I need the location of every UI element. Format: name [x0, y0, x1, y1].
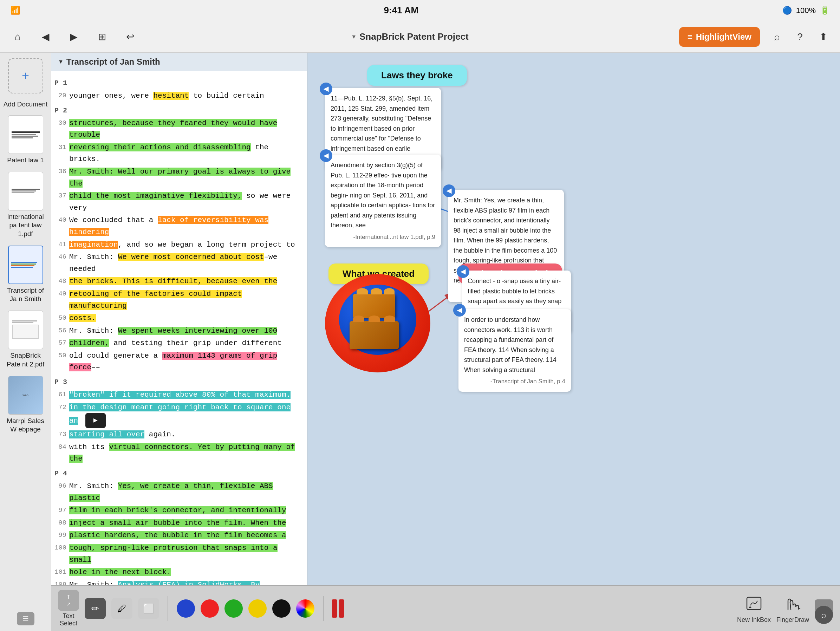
- project-dropdown-icon: ▼: [351, 34, 357, 40]
- note-text-5: In order to understand how connectors wo…: [464, 316, 556, 374]
- back-button[interactable]: ◀: [35, 26, 56, 47]
- sidebar-item-patent-law[interactable]: Patent law 1: [5, 115, 46, 165]
- wifi-icon: 📶: [11, 6, 20, 15]
- add-tab-button[interactable]: ⊞: [92, 26, 112, 47]
- note-connector-4[interactable]: ◀: [457, 265, 469, 278]
- divider: [167, 596, 168, 621]
- color-red[interactable]: [201, 599, 219, 618]
- search-button[interactable]: ⌕: [767, 27, 786, 47]
- doc-thumb-transcript: [8, 246, 43, 284]
- highlight-view-icon: ≡: [687, 32, 692, 42]
- document-title: Transcript of Jan Smith: [66, 57, 160, 67]
- color-rainbow[interactable]: [296, 599, 314, 618]
- color-black[interactable]: [272, 599, 291, 618]
- pen-tool[interactable]: ✏: [85, 598, 106, 619]
- document-body[interactable]: P 1 29 younger ones, were hesitant to bu…: [51, 71, 307, 631]
- note-text-1: 11—Pub. L. 112-29, §5(b). Sept. 16, 2011…: [331, 95, 433, 152]
- doc-thumb-marrpi: web: [8, 376, 43, 415]
- home-button[interactable]: ⌂: [7, 26, 28, 47]
- laws-broke-node[interactable]: Laws they broke: [367, 65, 467, 86]
- share-button[interactable]: ⬆: [813, 27, 833, 47]
- bluetooth-icon: 🔵: [782, 6, 792, 15]
- document-header: ▼ Transcript of Jan Smith: [51, 53, 307, 71]
- note-card-2[interactable]: ◀ Amendment by section 3(g)(5) of Pub. L…: [325, 155, 441, 247]
- sidebar-item-snapbrick[interactable]: SnapBrick Pate nt 2.pdf: [5, 311, 46, 369]
- marrpi-label: Marrpi Sales W ebpage: [5, 417, 46, 434]
- table-row: 29 younger ones, were hesitant to build …: [51, 90, 307, 102]
- note-connector-5[interactable]: ◀: [453, 304, 466, 317]
- fingerdraw-button[interactable]: FingerDraw: [777, 594, 809, 624]
- document-panel: ▼ Transcript of Jan Smith P 1 29 younger…: [51, 53, 307, 631]
- table-row: 99 plastic hardens, the bubble in the fi…: [51, 529, 307, 542]
- doc-thumb-intl: [8, 172, 43, 210]
- color-green[interactable]: [224, 599, 243, 618]
- add-icon: +: [22, 68, 29, 83]
- add-document-button[interactable]: +: [8, 58, 43, 93]
- video-play-button[interactable]: ▶: [85, 413, 106, 428]
- table-row: 73 starting all over again.: [51, 428, 307, 441]
- page-label-3: P 3: [54, 377, 303, 388]
- table-row: 57 children, and testing their grip unde…: [51, 337, 307, 350]
- table-row: 96 Mr. Smith: Yes, we create a thin, fle…: [51, 480, 307, 504]
- status-time: 9:41 AM: [384, 5, 418, 16]
- new-inkbox-label: New InkBox: [737, 616, 771, 624]
- help-button[interactable]: ?: [790, 27, 810, 47]
- project-selector[interactable]: ▼ SnapBrick Patent Project: [351, 31, 469, 42]
- sidebar-toggle-button[interactable]: ☰: [17, 612, 35, 625]
- main-content: ▼ Transcript of Jan Smith P 1 29 younger…: [51, 53, 840, 631]
- toolbar-right-icons: ⌕ ? ⬆: [767, 27, 833, 47]
- table-row: 36 Mr. Smith: Well our primary goal is a…: [51, 166, 307, 190]
- status-left: 📶: [11, 6, 20, 15]
- table-row: 72 in the design meant going right back …: [51, 401, 307, 429]
- table-row: 49 retooling of the factories could impa…: [51, 288, 307, 312]
- table-row: 37 child the most imaginative flexibilit…: [51, 190, 307, 214]
- note-connector-2[interactable]: ◀: [320, 149, 332, 162]
- color-blue[interactable]: [177, 599, 195, 618]
- highlighter-tool[interactable]: 🖊: [111, 598, 133, 619]
- color-yellow[interactable]: [248, 599, 267, 618]
- pause-button[interactable]: [332, 599, 344, 618]
- toolbar: ⌂ ◀ ▶ ⊞ ↩ ▼ SnapBrick Patent Project ≡ H…: [0, 21, 840, 53]
- patent-law-label: Patent law 1: [7, 156, 44, 165]
- text-select-tool[interactable]: T ↗ TextSelect: [58, 590, 79, 627]
- table-row: 56 Mr. Smith: We spent weeks interviewin…: [51, 325, 307, 337]
- new-inkbox-button[interactable]: New InkBox: [737, 594, 771, 624]
- divider-2: [323, 596, 324, 621]
- fingerdraw-label: FingerDraw: [777, 616, 809, 624]
- table-row: 97 film in each brick's connector, and i…: [51, 504, 307, 517]
- snapbrick-label: SnapBrick Pate nt 2.pdf: [5, 351, 46, 369]
- add-document-label: Add Document: [3, 101, 48, 108]
- transcript-label: Transcript of Ja n Smith: [5, 286, 46, 304]
- page-label-1: P 1: [54, 78, 303, 89]
- intl-patent-label: International pa tent law 1.pdf: [5, 213, 46, 238]
- sidebar: + Add Document Patent law 1 Internationa…: [0, 53, 51, 631]
- highlight-view-button[interactable]: ≡ HighlightView: [679, 27, 760, 47]
- note-card-5[interactable]: ◀ In order to understand how connectors …: [458, 309, 571, 392]
- highlight-view-label: HighlightView: [696, 32, 752, 42]
- note-connector-1[interactable]: ◀: [320, 82, 332, 95]
- concept-map-panel: Laws they broke ◀ 11—Pub. L. 112-29, §5(…: [307, 53, 840, 631]
- battery-icon: 🔋: [820, 6, 829, 15]
- sidebar-item-marrpi[interactable]: web Marrpi Sales W ebpage: [5, 376, 46, 434]
- note-cite-5: -Transcript of Jan Smith, p.4: [464, 377, 565, 386]
- table-row: 30 structures, because they feared they …: [51, 117, 307, 141]
- note-text-2: Amendment by section 3(g)(5) of Pub. L. …: [331, 162, 435, 229]
- forward-button[interactable]: ▶: [63, 26, 84, 47]
- status-right: 🔵 100% 🔋: [782, 6, 829, 15]
- table-row: 31 reversing their actions and disassemb…: [51, 141, 307, 166]
- bottom-toolbar: T ↗ TextSelect ✏ 🖊 ⬜: [51, 585, 840, 631]
- table-row: 101 hole in the next block.: [51, 566, 307, 579]
- sidebar-item-intl-patent[interactable]: International pa tent law 1.pdf: [5, 172, 46, 238]
- table-row: 40 We concluded that a lack of reversibi…: [51, 214, 307, 238]
- table-row: 41 imagination, and so we began a long t…: [51, 238, 307, 251]
- text-select-label: TextSelect: [60, 612, 77, 627]
- page-label-2: P 2: [54, 105, 303, 116]
- note-connector-3[interactable]: ◀: [443, 185, 455, 197]
- eraser-tool[interactable]: ⬜: [138, 598, 159, 619]
- note-cite-2: -International...nt law 1.pdf, p.9: [331, 233, 435, 242]
- sidebar-item-transcript[interactable]: Transcript of Ja n Smith: [5, 246, 46, 304]
- table-row: 61 "broken" if it required above 80% of …: [51, 388, 307, 401]
- table-row: 59 old could generate a maximum 1143 gra…: [51, 350, 307, 374]
- undo-button[interactable]: ↩: [120, 26, 141, 47]
- search-zoom-button[interactable]: ⌕: [815, 606, 833, 624]
